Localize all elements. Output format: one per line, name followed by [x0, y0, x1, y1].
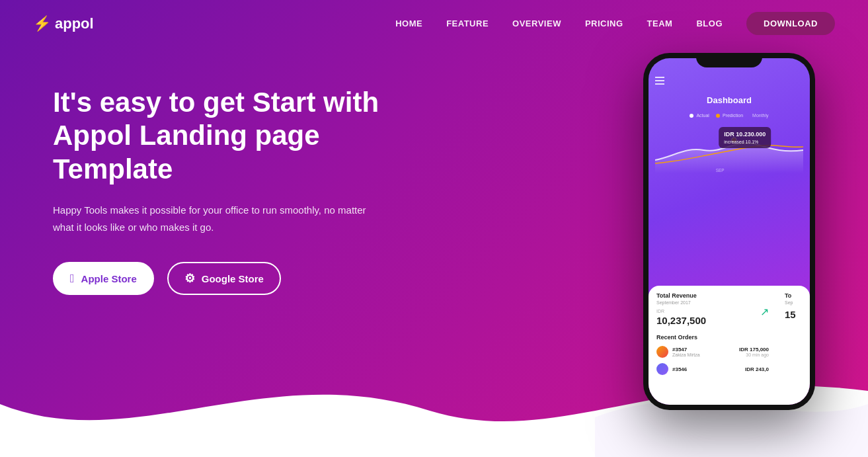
order-avatar: [656, 346, 668, 358]
revenue-card: Total Revenue September 2017 IDR 10,237,…: [649, 286, 777, 405]
hamburger-icon: [655, 77, 664, 85]
lightning-icon: ⚡: [33, 15, 51, 32]
apple-store-label: Apple Store: [81, 273, 137, 284]
dashboard-title: Dashboard: [649, 77, 810, 110]
hero-buttons:  Apple Store ⚙ Google Store: [53, 262, 423, 295]
chart-tooltip: IDR 10.230.000 increased 10.1%: [719, 127, 771, 148]
phone-notch: [696, 53, 762, 67]
nav-pricing[interactable]: PRICING: [585, 19, 623, 28]
hero-section: ⚡ appol HOME FEATURE OVERVIEW PRICING TE…: [0, 0, 868, 457]
hero-content: It's easy to get Start with Appol Landin…: [53, 86, 423, 295]
chart-legend: Actual Prediction Monthly: [649, 113, 810, 118]
apple-store-button[interactable]:  Apple Store: [53, 262, 154, 295]
svg-text:SEP: SEP: [716, 168, 725, 173]
header: ⚡ appol HOME FEATURE OVERVIEW PRICING TE…: [0, 0, 868, 47]
phone-screen: Dashboard Actual Prediction Monthly: [649, 58, 810, 405]
nav-blog[interactable]: BLOG: [696, 19, 723, 28]
download-button[interactable]: DOWNLOAD: [746, 12, 835, 35]
phone-outer: Dashboard Actual Prediction Monthly: [643, 53, 815, 410]
nav-feature[interactable]: FEATURE: [446, 19, 489, 28]
order-row: #3547 Zakiza Mirtza IDR 175,000 30 min a…: [656, 346, 769, 358]
phone-mockup: Dashboard Actual Prediction Monthly: [643, 53, 815, 417]
google-store-label: Google Store: [202, 273, 264, 284]
hero-title: It's easy to get Start with Appol Landin…: [53, 86, 423, 186]
nav-overview[interactable]: OVERVIEW: [512, 19, 561, 28]
revenue-cards: Total Revenue September 2017 IDR 10,237,…: [649, 286, 810, 405]
brand-name: appol: [55, 15, 94, 32]
nav-team[interactable]: TEAM: [647, 19, 673, 28]
nav-home[interactable]: HOME: [395, 19, 422, 28]
trend-icon: ↗: [760, 306, 769, 318]
logo[interactable]: ⚡ appol: [33, 15, 94, 32]
hero-subtitle: Happy Tools makes it possible for your o…: [53, 202, 370, 235]
chart-area: SEP IDR 10.230.000 increased 10.1%: [649, 120, 810, 200]
secondary-card: To Sep 15: [777, 286, 810, 405]
main-nav: HOME FEATURE OVERVIEW PRICING TEAM BLOG …: [395, 12, 835, 35]
google-store-button[interactable]: ⚙ Google Store: [167, 262, 281, 295]
order-row: #3546 IDR 243,0: [656, 363, 769, 375]
android-icon: ⚙: [184, 271, 195, 286]
apple-icon: : [70, 272, 75, 286]
order-avatar: [656, 363, 668, 375]
